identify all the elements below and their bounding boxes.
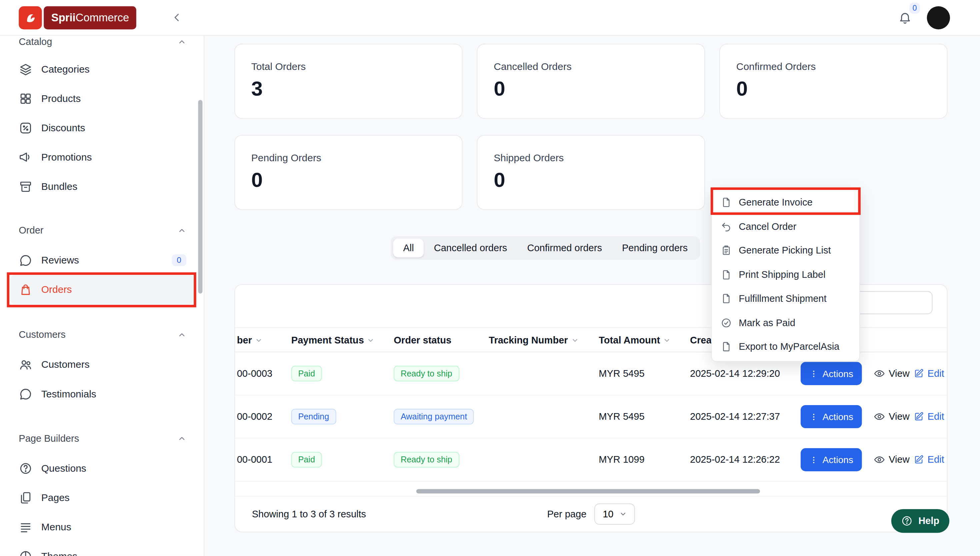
tab-all[interactable]: All: [393, 239, 424, 257]
sidebar-item-discounts[interactable]: Discounts: [10, 113, 194, 142]
horizontal-scrollbar[interactable]: [416, 489, 760, 493]
table-footer: Showing 1 to 3 of 3 results Per page 10: [235, 496, 947, 532]
chevron-down-icon: [619, 510, 627, 518]
brand-logo[interactable]: SpriiCommerce: [19, 6, 136, 29]
stat-value: 0: [736, 77, 947, 100]
sidebar-scrollbar[interactable]: [198, 100, 202, 294]
sidebar-item-testimonials[interactable]: Testimonials: [10, 379, 194, 409]
row-actions-button[interactable]: Actions: [801, 362, 862, 385]
row-view-link[interactable]: View: [874, 368, 909, 379]
check-circle-icon: [721, 317, 732, 328]
column-header-total-amount[interactable]: Total Amount: [599, 328, 671, 353]
per-page-select[interactable]: 10: [594, 503, 635, 525]
notifications-button[interactable]: 0: [898, 11, 912, 24]
stat-value: 0: [251, 168, 462, 192]
vertical-dots-icon: [809, 412, 818, 421]
row-actions-button[interactable]: Actions: [801, 405, 862, 428]
menu-item-print-shipping-label[interactable]: Print Shipping Label: [712, 262, 860, 286]
sidebar-item-label: Bundles: [41, 181, 77, 192]
sidebar-item-pages[interactable]: Pages: [10, 483, 194, 512]
eye-icon: [874, 411, 885, 422]
sidebar-item-reviews[interactable]: Reviews 0: [10, 246, 194, 275]
order-status-badge: Ready to ship: [394, 366, 459, 381]
row-edit-link[interactable]: Edit: [914, 411, 944, 422]
bell-icon: [898, 11, 912, 24]
per-page-label: Per page: [547, 508, 586, 520]
row-view-link[interactable]: View: [874, 411, 909, 422]
stat-label: Confirmed Orders: [736, 61, 947, 73]
pencil-edit-icon: [914, 455, 924, 465]
chevron-up-icon: [178, 38, 186, 46]
stat-card-cancelled-orders: Cancelled Orders 0: [477, 44, 705, 119]
file-icon: [721, 341, 732, 352]
stat-value: 0: [494, 168, 704, 192]
row-actions-button[interactable]: Actions: [801, 448, 862, 471]
sidebar-item-categories[interactable]: Categories: [10, 54, 194, 84]
sidebar-section-header-catalog[interactable]: Catalog: [10, 36, 194, 49]
tab-pending-orders[interactable]: Pending orders: [612, 239, 698, 257]
sidebar-section-label: Catalog: [19, 36, 52, 48]
menu-item-export-to-myparcelasia[interactable]: Export to MyParcelAsia: [712, 335, 860, 359]
sidebar-section-header-customers[interactable]: Customers: [10, 328, 194, 343]
tab-confirmed-orders[interactable]: Confirmed orders: [517, 239, 612, 257]
sidebar: Catalog Categories Products Discounts Pr…: [0, 36, 204, 556]
sidebar-item-questions[interactable]: Questions: [10, 453, 194, 483]
grid-icon: [19, 92, 32, 105]
column-header-payment-status[interactable]: Payment Status: [292, 328, 375, 353]
column-header-order-status[interactable]: Order status: [394, 328, 451, 353]
chevron-left-icon: [172, 12, 183, 23]
column-header-order-number[interactable]: ber: [237, 328, 262, 353]
stat-label: Pending Orders: [251, 153, 462, 164]
chevron-up-icon: [178, 434, 186, 443]
pages-icon: [19, 491, 32, 504]
sidebar-section-label: Order: [19, 225, 43, 236]
sidebar-section-catalog: Catalog Categories Products Discounts Pr…: [10, 36, 194, 201]
row-edit-link[interactable]: Edit: [914, 368, 944, 379]
user-avatar[interactable]: [927, 6, 950, 29]
menu-item-mark-as-paid[interactable]: Mark as Paid: [712, 311, 860, 335]
sidebar-item-bundles[interactable]: Bundles: [10, 172, 194, 201]
sidebar-section-header-page-builders[interactable]: Page Builders: [10, 431, 194, 446]
clipboard-list-icon: [721, 245, 732, 256]
layers-icon: [19, 62, 32, 76]
sidebar-section-label: Page Builders: [19, 433, 79, 444]
sidebar-item-label: Menus: [41, 521, 71, 533]
tab-cancelled-orders[interactable]: Cancelled orders: [424, 239, 517, 257]
row-view-link[interactable]: View: [874, 454, 909, 465]
chevron-up-icon: [178, 330, 186, 339]
stat-card-shipped-orders: Shipped Orders 0: [477, 135, 705, 210]
sidebar-item-promotions[interactable]: Promotions: [10, 142, 194, 172]
sidebar-item-menus[interactable]: Menus: [10, 512, 194, 541]
column-header-created-at[interactable]: Crea: [690, 328, 712, 353]
theme-icon: [19, 550, 32, 556]
cell-order-number: 00-0002: [237, 411, 273, 422]
sidebar-item-customers[interactable]: Customers: [10, 350, 194, 379]
menu-item-generate-picking-list[interactable]: Generate Picking List: [712, 239, 860, 262]
help-button[interactable]: Help: [892, 509, 950, 533]
percent-icon: [19, 121, 32, 134]
menu-lines-icon: [19, 520, 32, 534]
column-header-tracking-number[interactable]: Tracking Number: [489, 328, 578, 353]
sort-chevron-icon: [571, 337, 579, 344]
row-edit-link[interactable]: Edit: [914, 454, 944, 465]
menu-item-fulfillment-shipment[interactable]: Fulfillment Shipment: [712, 287, 860, 311]
sidebar-item-themes[interactable]: Themes: [10, 541, 194, 556]
cell-total-amount: MYR 5495: [599, 368, 644, 379]
cell-created-at: 2025-02-14 12:26:22: [690, 454, 780, 465]
sidebar-item-label: Reviews: [41, 254, 79, 266]
sidebar-item-products[interactable]: Products: [10, 84, 194, 113]
menu-item-cancel-order[interactable]: Cancel Order: [712, 215, 860, 239]
pencil-edit-icon: [914, 369, 924, 378]
stat-card-pending-orders: Pending Orders 0: [234, 135, 462, 210]
sidebar-collapse-button[interactable]: [172, 12, 183, 23]
cell-total-amount: MYR 5495: [599, 411, 644, 422]
sidebar-item-label: Discounts: [41, 122, 85, 134]
sidebar-item-orders[interactable]: Orders: [10, 275, 194, 304]
sidebar-section-header-order[interactable]: Order: [10, 223, 194, 238]
chat-bubble-icon: [19, 253, 32, 267]
payment-status-badge: Paid: [292, 366, 322, 381]
actions-dropdown-menu: Generate Invoice Cancel Order Generate P…: [711, 188, 860, 361]
brand-name: SpriiCommerce: [44, 6, 136, 29]
menu-item-generate-invoice[interactable]: Generate Invoice: [712, 191, 860, 215]
sidebar-section-order: Order Reviews 0 Orders: [10, 223, 194, 304]
